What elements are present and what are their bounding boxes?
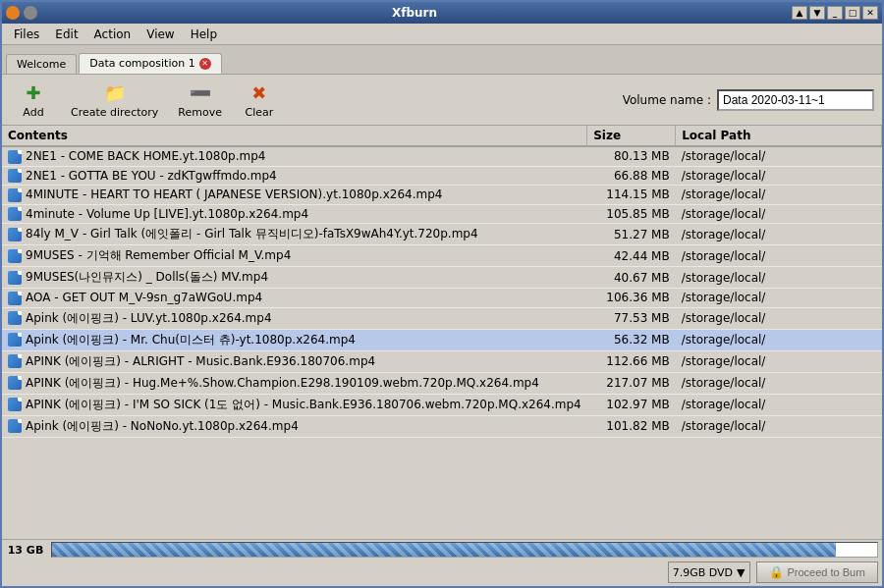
create-directory-button[interactable]: 📁 Create directory	[65, 77, 164, 123]
bottom-controls: 7.9GB DVD ▼ 🔒 Proceed to Burn	[6, 561, 878, 583]
minimize-btn[interactable]: _	[827, 6, 843, 20]
file-size-cell: 105.85 MB	[587, 204, 676, 224]
volume-name-section: Volume name :	[623, 89, 874, 111]
bottom-bar: 13 GB 7.9GB DVD ▼ 🔒 Proceed to Burn	[2, 539, 882, 586]
header-contents: Contents	[2, 126, 587, 146]
table-row[interactable]: AOA - GET OUT M_V-9sn_g7aWGoU.mp4106.36 …	[2, 289, 882, 308]
clear-button[interactable]: ✖ Clear	[236, 77, 283, 123]
menu-edit[interactable]: Edit	[47, 26, 85, 43]
scroll-up-btn[interactable]: ▲	[792, 6, 807, 20]
table-header-row: Contents Size Local Path	[2, 126, 882, 146]
file-name-cell: 4MINUTE - HEART TO HEART ( JAPANESE VERS…	[2, 186, 587, 205]
file-path-cell: /storage/local/	[676, 350, 882, 372]
file-path-cell: /storage/local/	[676, 307, 882, 329]
file-size-cell: 77.53 MB	[587, 307, 676, 329]
menu-action[interactable]: Action	[86, 26, 139, 43]
file-size-cell: 114.15 MB	[587, 186, 676, 205]
file-icon	[8, 419, 22, 433]
table-row[interactable]: 2NE1 - GOTTA BE YOU - zdKTgwffmdo.mp466.…	[2, 166, 882, 186]
file-icon	[8, 150, 22, 164]
dvd-select[interactable]: 7.9GB DVD ▼	[668, 561, 750, 583]
progress-bar-container	[51, 542, 878, 558]
tab-close-icon[interactable]: ✕	[199, 58, 211, 70]
create-dir-label: Create directory	[71, 106, 158, 119]
tab-welcome[interactable]: Welcome	[6, 54, 77, 74]
toolbar: ✚ Add 📁 Create directory ➖ Remove ✖ Clea…	[2, 75, 882, 126]
tab-data-composition[interactable]: Data composition 1 ✕	[79, 53, 221, 74]
app-icon	[6, 6, 20, 20]
remove-icon: ➖	[189, 80, 212, 104]
table-row[interactable]: 84ly M_V - Girl Talk (에잇폴리 - Girl Talk 뮤…	[2, 224, 882, 245]
file-path-cell: /storage/local/	[676, 245, 882, 267]
table-row[interactable]: APINK (에이핑크) - Hug.Me+%.Show.Champion.E2…	[2, 372, 882, 394]
menu-help[interactable]: Help	[183, 26, 225, 43]
file-path-cell: /storage/local/	[676, 329, 882, 350]
menu-files[interactable]: Files	[6, 26, 47, 43]
file-icon	[8, 249, 22, 263]
table-row[interactable]: APINK (에이핑크) - ALRIGHT - Music.Bank.E936…	[2, 350, 882, 372]
progress-section: 13 GB	[6, 542, 878, 558]
table-row[interactable]: Apink (에이핑크) - NoNoNo.yt.1080p.x264.mp41…	[2, 415, 882, 437]
file-icon	[8, 271, 22, 285]
proceed-to-burn-button[interactable]: 🔒 Proceed to Burn	[756, 561, 879, 583]
dvd-label: 7.9GB DVD	[673, 566, 733, 579]
disk-size-label: 13 GB	[6, 544, 45, 557]
table-row[interactable]: 9MUSES(나인뮤지스) _ Dolls(돌스) MV.mp440.67 MB…	[2, 267, 882, 289]
file-table: Contents Size Local Path 2NE1 - COME BAC…	[2, 126, 882, 438]
table-row[interactable]: 4MINUTE - HEART TO HEART ( JAPANESE VERS…	[2, 186, 882, 205]
file-size-cell: 42.44 MB	[587, 245, 676, 267]
folder-icon: 📁	[103, 80, 127, 104]
tab-welcome-label: Welcome	[17, 58, 66, 71]
header-path: Local Path	[676, 126, 882, 146]
file-size-cell: 102.97 MB	[587, 394, 676, 415]
file-name-cell: APINK (에이핑크) - Hug.Me+%.Show.Champion.E2…	[2, 372, 587, 394]
file-path-cell: /storage/local/	[676, 289, 882, 308]
file-name-cell: AOA - GET OUT M_V-9sn_g7aWGoU.mp4	[2, 289, 587, 308]
file-icon	[8, 398, 22, 411]
volume-name-label: Volume name :	[623, 93, 711, 107]
file-icon	[8, 311, 22, 325]
file-icon	[8, 207, 22, 221]
menu-bar: Files Edit Action View Help	[2, 24, 882, 45]
add-icon: ✚	[22, 80, 45, 104]
file-icon	[8, 188, 22, 202]
file-name-cell: Apink (에이핑크) - Mr. Chu(미스터 츄)-yt.1080p.x…	[2, 329, 587, 350]
file-icon	[8, 376, 22, 390]
remove-button[interactable]: ➖ Remove	[172, 77, 228, 123]
scroll-down-btn[interactable]: ▼	[809, 6, 825, 20]
file-name-cell: Apink (에이핑크) - NoNoNo.yt.1080p.x264.mp4	[2, 415, 587, 437]
menu-view[interactable]: View	[138, 26, 182, 43]
table-row[interactable]: Apink (에이핑크) - Mr. Chu(미스터 츄)-yt.1080p.x…	[2, 329, 882, 350]
file-table-wrapper[interactable]: Contents Size Local Path 2NE1 - COME BAC…	[2, 126, 882, 539]
file-icon	[8, 292, 22, 305]
file-path-cell: /storage/local/	[676, 166, 882, 186]
file-path-cell: /storage/local/	[676, 186, 882, 205]
table-row[interactable]: Apink (에이핑크) - LUV.yt.1080p.x264.mp477.5…	[2, 307, 882, 329]
file-size-cell: 106.36 MB	[587, 289, 676, 308]
volume-name-input[interactable]	[717, 89, 874, 111]
file-name-cell: Apink (에이핑크) - LUV.yt.1080p.x264.mp4	[2, 307, 587, 329]
file-name-cell: APINK (에이핑크) - I'M SO SICK (1도 없어) - Mus…	[2, 394, 587, 415]
add-button[interactable]: ✚ Add	[10, 77, 57, 123]
file-icon	[8, 169, 22, 183]
tab-data-composition-label: Data composition 1	[89, 57, 194, 70]
close-btn[interactable]: ✕	[862, 6, 878, 20]
table-row[interactable]: APINK (에이핑크) - I'M SO SICK (1도 없어) - Mus…	[2, 394, 882, 415]
table-row[interactable]: 9MUSES - 기억해 Remember Official M_V.mp442…	[2, 245, 882, 267]
clear-icon: ✖	[248, 80, 271, 104]
app-window: Xfburn ▲ ▼ _ □ ✕ Files Edit Action View …	[0, 0, 884, 588]
maximize-btn[interactable]: □	[845, 6, 860, 20]
file-size-cell: 217.07 MB	[587, 372, 676, 394]
file-path-cell: /storage/local/	[676, 146, 882, 166]
title-bar-left	[6, 6, 37, 20]
file-size-cell: 112.66 MB	[587, 350, 676, 372]
table-row[interactable]: 4minute - Volume Up [LIVE].yt.1080p.x264…	[2, 204, 882, 224]
main-content: Contents Size Local Path 2NE1 - COME BAC…	[2, 126, 882, 539]
file-icon	[8, 228, 22, 241]
table-row[interactable]: 2NE1 - COME BACK HOME.yt.1080p.mp480.13 …	[2, 146, 882, 166]
file-icon	[8, 333, 22, 347]
burn-btn-label: Proceed to Burn	[788, 566, 866, 578]
file-name-cell: 2NE1 - COME BACK HOME.yt.1080p.mp4	[2, 146, 587, 166]
progress-bar-fill	[52, 543, 836, 557]
file-name-cell: 2NE1 - GOTTA BE YOU - zdKTgwffmdo.mp4	[2, 166, 587, 186]
